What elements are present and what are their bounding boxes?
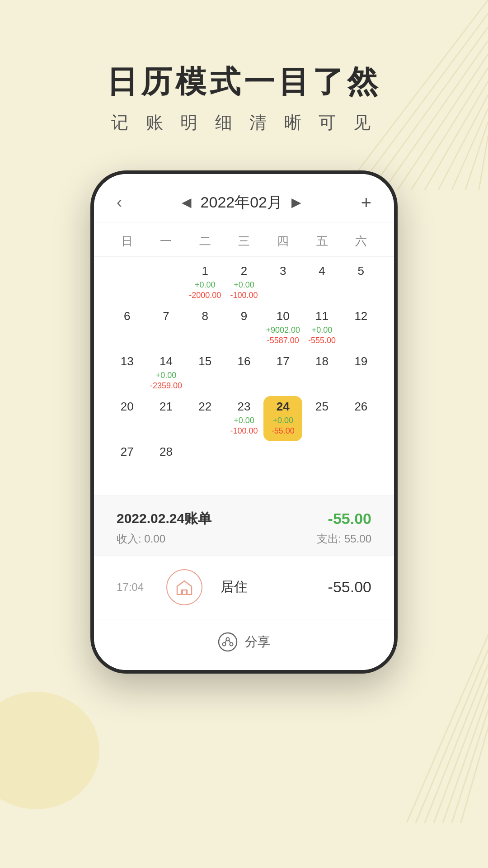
sub-title: 记 账 明 细 清 晰 可 见: [0, 111, 488, 134]
weekday-mon: 一: [146, 230, 185, 253]
transaction-category: 居住: [221, 578, 314, 596]
calendar-day-10[interactable]: 10+9002.00-5587.00: [263, 306, 302, 351]
share-label[interactable]: 分享: [245, 633, 270, 651]
bill-summary-header: 2022.02.24账单 -55.00: [117, 509, 371, 528]
calendar-day-21[interactable]: 21: [146, 396, 185, 441]
calendar-day-26[interactable]: 26: [342, 396, 380, 441]
calendar-day-9[interactable]: 9: [225, 306, 263, 351]
share-icon: [218, 632, 238, 652]
day-income: +0.00: [234, 280, 254, 290]
month-nav: ◀ 2022年02月 ▶: [182, 192, 301, 213]
calendar-day-22[interactable]: 22: [186, 396, 225, 441]
day-income: +0.00: [273, 415, 294, 426]
calendar-day-2[interactable]: 2+0.00-100.00: [225, 260, 263, 306]
weekday-sat: 六: [342, 230, 380, 253]
svg-line-17: [452, 683, 488, 823]
weekday-tue: 二: [186, 230, 225, 253]
calendar-header: ‹ ◀ 2022年02月 ▶ +: [94, 174, 394, 222]
phone-mockup: ‹ ◀ 2022年02月 ▶ + 日 一 二 三 四 五 六 1+0.00-: [90, 170, 398, 674]
calendar-day-19[interactable]: 19: [342, 351, 380, 396]
phone-content: ‹ ◀ 2022年02月 ▶ + 日 一 二 三 四 五 六 1+0.00-: [94, 174, 394, 670]
calendar-day-27[interactable]: 27: [108, 441, 146, 486]
calendar-day-17[interactable]: 17: [263, 351, 302, 396]
next-month-button[interactable]: ▶: [291, 195, 301, 210]
calendar-day-15[interactable]: 15: [186, 351, 225, 396]
day-expense: -100.00: [230, 290, 258, 301]
day-income: +0.00: [156, 370, 177, 381]
calendar-day-16[interactable]: 16: [225, 351, 263, 396]
bill-summary-sub: 收入: 0.00 支出: 55.00: [117, 532, 371, 546]
transaction-time: 17:04: [117, 581, 153, 594]
day-expense: -2359.00: [150, 381, 182, 391]
bill-summary: 2022.02.24账单 -55.00 收入: 0.00 支出: 55.00: [94, 495, 394, 555]
bill-income-text: 收入: 0.00: [117, 532, 165, 546]
calendar-day-14[interactable]: 14+0.00-2359.00: [146, 351, 185, 396]
svg-line-24: [225, 640, 226, 643]
day-income: +0.00: [312, 325, 333, 335]
calendar-day-13[interactable]: 13: [108, 351, 146, 396]
transaction-icon: [166, 569, 202, 605]
bottom-share-bar: 分享: [94, 619, 394, 670]
svg-line-25: [229, 640, 230, 643]
weekday-sun: 日: [108, 230, 146, 253]
transaction-amount: -55.00: [328, 578, 371, 596]
add-entry-button[interactable]: +: [361, 193, 371, 212]
day-expense: -5587.00: [267, 335, 299, 346]
day-expense: -100.00: [230, 426, 258, 436]
back-button[interactable]: ‹: [117, 193, 122, 212]
calendar-day-24[interactable]: 24+0.00-55.00: [263, 396, 302, 441]
weekday-wed: 三: [225, 230, 263, 253]
day-expense: -55.00: [272, 426, 295, 436]
calendar-day-20[interactable]: 20: [108, 396, 146, 441]
calendar-day-18[interactable]: 18: [302, 351, 341, 396]
calendar-day-3[interactable]: 3: [263, 260, 302, 306]
weekday-fri: 五: [302, 230, 341, 253]
bill-total-expense: -55.00: [328, 510, 371, 528]
deco-bottom-left: [0, 656, 131, 814]
phone-container: ‹ ◀ 2022年02月 ▶ + 日 一 二 三 四 五 六 1+0.00-: [0, 170, 488, 674]
svg-line-15: [434, 656, 488, 823]
day-income: +9002.00: [266, 325, 300, 335]
bill-date-title: 2022.02.24账单: [117, 509, 211, 528]
prev-month-button[interactable]: ◀: [182, 195, 192, 210]
day-expense: -2000.00: [189, 290, 221, 301]
day-expense: -555.00: [308, 335, 336, 346]
month-title: 2022年02月: [201, 192, 282, 213]
calendar-day-8[interactable]: 8: [186, 306, 225, 351]
calendar-day-7[interactable]: 7: [146, 306, 185, 351]
svg-point-11: [0, 692, 99, 809]
transaction-item[interactable]: 17:04 居住 -55.00: [94, 555, 394, 619]
svg-point-20: [219, 633, 237, 651]
svg-line-16: [443, 669, 488, 823]
header-section: 日历模式一目了然 记 账 明 细 清 晰 可 见: [0, 0, 488, 134]
calendar-day-23[interactable]: 23+0.00-100.00: [225, 396, 263, 441]
calendar-day-25[interactable]: 25: [302, 396, 341, 441]
calendar-day-6[interactable]: 6: [108, 306, 146, 351]
calendar-day-12[interactable]: 12: [342, 306, 380, 351]
weekday-thu: 四: [263, 230, 302, 253]
calendar-day-1[interactable]: 1+0.00-2000.00: [186, 260, 225, 306]
bill-expense-text: 支出: 55.00: [317, 532, 371, 546]
weekdays-row: 日 一 二 三 四 五 六: [94, 222, 394, 257]
calendar-grid: 1+0.00-2000.002+0.00-100.00345678910+900…: [94, 257, 394, 495]
calendar-day-11[interactable]: 11+0.00-555.00: [302, 306, 341, 351]
calendar-day-5[interactable]: 5: [342, 260, 380, 306]
calendar-day-4[interactable]: 4: [302, 260, 341, 306]
main-title: 日历模式一目了然: [0, 63, 488, 100]
day-income: +0.00: [234, 415, 254, 426]
day-income: +0.00: [195, 280, 216, 290]
calendar-day-28[interactable]: 28: [146, 441, 185, 486]
svg-rect-19: [183, 590, 186, 594]
